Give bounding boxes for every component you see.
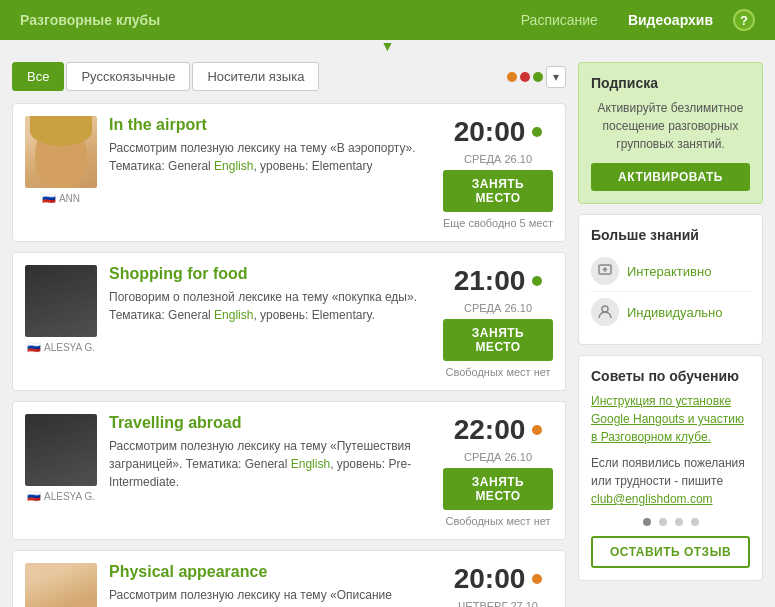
session-time: 22:00 [454,414,526,446]
more-knowledge-box: Больше знаний Интерактивно [578,214,763,345]
session-desc: Рассмотрим полезную лексику на тему «В а… [109,139,431,175]
pager-dots [591,518,750,526]
pager-dot-4[interactable] [691,518,699,526]
session-title[interactable]: Physical appearance [109,563,431,581]
session-body: Shopping for food Поговорим о полезной л… [109,265,431,324]
tabs-row: Все Русскоязычные Носители языка ▾ [12,62,566,91]
tips-text: Если появились пожелания или трудности -… [591,454,750,508]
session-date: СРЕДА 26.10 [464,302,532,314]
individual-icon [591,298,619,326]
english-link[interactable]: English [214,159,253,173]
status-indicator [532,425,542,435]
tab-native[interactable]: Носители языка [192,62,319,91]
header-arrow: ▼ [381,38,395,54]
session-right: 22:00 СРЕДА 26.10 ЗАНЯТЬ МЕСТО Свободных… [443,414,553,527]
header-nav: Расписание Видеоархив [521,12,713,28]
session-card: 🇷🇺 ANN In the airport Рассмотрим полезну… [12,103,566,242]
session-time-row: 20:00 [454,116,543,148]
teacher-name: 🇷🇺 ANN [42,192,80,205]
sidebar: Подписка Активируйте безлимитное посещен… [578,62,763,607]
dot-green [533,72,543,82]
session-spots: Еще свободно 5 мест [443,217,553,229]
avatar-alesya2 [25,414,97,486]
session-desc: Поговорим о полезной лексике на тему «по… [109,288,431,324]
english-link[interactable]: English [214,308,253,322]
session-card: 🇷🇺 ALESYA G. Travelling abroad Рассмотри… [12,401,566,540]
session-time-row: 20:00 [454,563,543,595]
session-body: Physical appearance Рассмотрим полезную … [109,563,431,607]
session-desc: Рассмотрим полезную лексику на тему «Опи… [109,586,431,607]
individual-link[interactable]: Индивидуально [627,305,722,320]
main-layout: Все Русскоязычные Носители языка ▾ 🇷🇺 AN… [0,50,775,607]
session-time: 21:00 [454,265,526,297]
session-date: ЧЕТВЕРГ 27.10 [458,600,538,607]
dot-red [520,72,530,82]
pager-dot-3[interactable] [675,518,683,526]
pager-dot-2[interactable] [659,518,667,526]
book-button[interactable]: ЗАНЯТЬ МЕСТО [443,319,553,361]
subscription-title: Подписка [591,75,750,91]
session-time: 20:00 [454,116,526,148]
tips-title: Советы по обучению [591,368,750,384]
session-spots: Свободных мест нет [445,515,550,527]
svg-point-2 [602,306,608,312]
english-link[interactable]: English [291,457,330,471]
subscription-box: Подписка Активируйте безлимитное посещен… [578,62,763,204]
teacher-name: 🇷🇺 ALESYA G. [27,341,95,354]
flag-icon: 🇷🇺 [42,192,56,205]
more-title: Больше знаний [591,227,750,243]
nav-archive[interactable]: Видеоархив [628,12,713,28]
session-time: 20:00 [454,563,526,595]
interactive-link[interactable]: Интерактивно [627,264,711,279]
interactive-row: Интерактивно [591,251,750,292]
avatar-phys [25,563,97,607]
content-area: Все Русскоязычные Носители языка ▾ 🇷🇺 AN… [12,62,566,607]
session-right: 20:00 СРЕДА 26.10 ЗАНЯТЬ МЕСТО Еще свобо… [443,116,553,229]
subscription-text: Активируйте безлимитное посещение разгов… [591,99,750,153]
session-time-row: 22:00 [454,414,543,446]
avatar-ann [25,116,97,188]
interactive-icon [591,257,619,285]
session-date: СРЕДА 26.10 [464,153,532,165]
tab-russian[interactable]: Русскоязычные [66,62,190,91]
session-title[interactable]: Shopping for food [109,265,431,283]
tips-box: Советы по обучению Инструкция по установ… [578,355,763,581]
flag-icon: 🇷🇺 [27,490,41,503]
session-time-row: 21:00 [454,265,543,297]
book-button[interactable]: ЗАНЯТЬ МЕСТО [443,170,553,212]
teacher-name: 🇷🇺 ALESYA G. [27,490,95,503]
dot-orange [507,72,517,82]
flag-icon: 🇷🇺 [27,341,41,354]
activate-button[interactable]: АКТИВИРОВАТЬ [591,163,750,191]
nav-schedule[interactable]: Расписание [521,12,598,28]
header: Разговорные клубы Расписание Видеоархив … [0,0,775,40]
session-title[interactable]: Travelling abroad [109,414,431,432]
status-indicator [532,127,542,137]
pager-dot-1[interactable] [643,518,651,526]
tips-email[interactable]: club@englishdom.com [591,492,713,506]
brand-logo: Разговорные клубы [20,12,160,28]
session-body: In the airport Рассмотрим полезную лекси… [109,116,431,175]
session-date: СРЕДА 26.10 [464,451,532,463]
filter-dots: ▾ [507,66,566,88]
help-button[interactable]: ? [733,9,755,31]
tips-link[interactable]: Инструкция по установке Google Hangouts … [591,392,750,446]
tab-all[interactable]: Все [12,62,64,91]
status-indicator [532,574,542,584]
session-right: 20:00 ЧЕТВЕРГ 27.10 ЗАНЯТЬ МЕСТО Еще сво… [443,563,553,607]
individual-row: Индивидуально [591,292,750,332]
session-desc: Рассмотрим полезную лексику на тему «Пут… [109,437,431,491]
review-button[interactable]: ОСТАВИТЬ ОТЗЫВ [591,536,750,568]
filter-dropdown[interactable]: ▾ [546,66,566,88]
session-right: 21:00 СРЕДА 26.10 ЗАНЯТЬ МЕСТО Свободных… [443,265,553,378]
session-spots: Свободных мест нет [445,366,550,378]
status-indicator [532,276,542,286]
session-card: 🇷🇺 ANN Physical appearance Рассмотрим по… [12,550,566,607]
session-body: Travelling abroad Рассмотрим полезную ле… [109,414,431,491]
avatar-alesya [25,265,97,337]
session-title[interactable]: In the airport [109,116,431,134]
book-button[interactable]: ЗАНЯТЬ МЕСТО [443,468,553,510]
session-card: 🇷🇺 ALESYA G. Shopping for food Поговорим… [12,252,566,391]
